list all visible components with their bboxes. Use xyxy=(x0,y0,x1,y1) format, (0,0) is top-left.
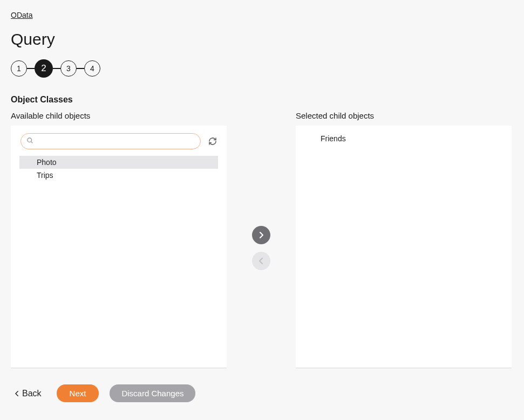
list-item[interactable]: Friends xyxy=(321,133,503,144)
step-connector xyxy=(53,68,60,69)
back-label: Back xyxy=(22,389,42,398)
selected-panel: Friends xyxy=(296,126,512,368)
list-item[interactable]: Photo xyxy=(19,156,218,169)
list-item[interactable]: Trips xyxy=(19,169,218,182)
step-1[interactable]: 1 xyxy=(11,60,27,77)
available-list: Photo Trips xyxy=(11,154,227,182)
step-3[interactable]: 3 xyxy=(60,60,77,77)
available-panel: Photo Trips xyxy=(11,126,227,368)
move-right-button[interactable] xyxy=(252,226,270,244)
selected-list: Friends xyxy=(296,126,512,144)
wizard-stepper: 1 2 3 4 xyxy=(11,59,513,78)
section-title: Object Classes xyxy=(11,95,513,105)
next-button[interactable]: Next xyxy=(57,384,99,402)
step-2[interactable]: 2 xyxy=(35,59,53,78)
breadcrumb-link[interactable]: OData xyxy=(11,11,32,19)
available-label: Available child objects xyxy=(11,111,227,120)
refresh-button[interactable] xyxy=(206,135,219,148)
chevron-left-icon xyxy=(15,391,19,396)
step-connector xyxy=(77,68,84,69)
back-button[interactable]: Back xyxy=(11,385,46,402)
discard-button[interactable]: Discard Changes xyxy=(110,384,195,402)
search-input[interactable] xyxy=(21,133,201,149)
chevron-left-icon xyxy=(258,258,264,264)
refresh-icon xyxy=(208,137,217,146)
chevron-right-icon xyxy=(258,232,264,238)
step-4[interactable]: 4 xyxy=(84,60,100,77)
page-title: Query xyxy=(11,30,513,49)
step-connector xyxy=(27,68,35,69)
selected-label: Selected child objects xyxy=(296,111,512,120)
move-left-button xyxy=(252,252,270,270)
